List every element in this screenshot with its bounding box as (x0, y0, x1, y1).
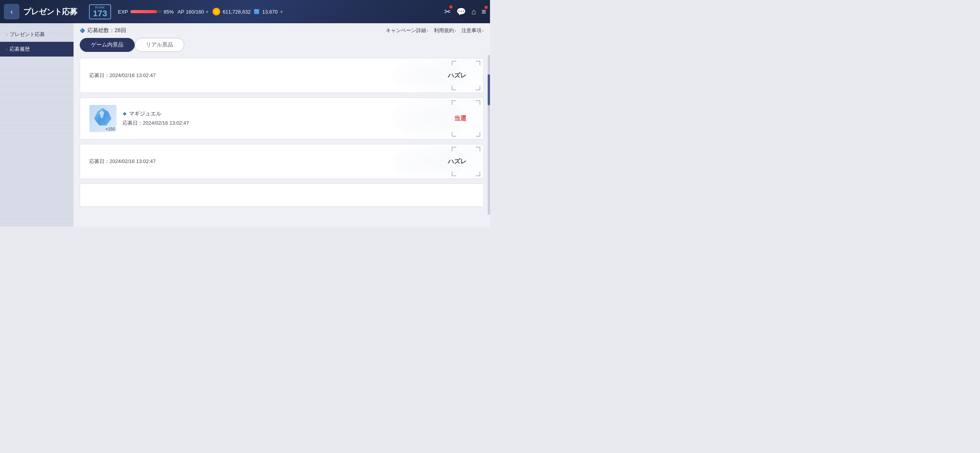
entry-card-1: 応募日：2024/02/16 13:02:47 ハズレ (80, 58, 484, 93)
sidebar: › プレゼント応募 › 応募履歴 (0, 23, 74, 226)
entry-card-3: 応募日：2024/02/16 13:02:47 ハズレ (80, 144, 484, 179)
chat-icon-button[interactable]: 💬 (456, 7, 466, 16)
exp-bar-fill (130, 10, 157, 13)
item-image: ×150 (89, 105, 117, 132)
arrow-icon: › (482, 28, 484, 33)
main-layout: › プレゼント応募 › 応募履歴 応募総数：28回 キャンペーン詳細 › 利用規… (0, 23, 490, 226)
rank-value: 173 (93, 9, 107, 18)
exp-label: EXP (118, 9, 128, 15)
corner-tl (452, 100, 456, 105)
content-scroll: 応募日：2024/02/16 13:02:47 ハズレ ×150 (74, 55, 490, 214)
campaign-detail-label: キャンペーン詳細 (386, 27, 426, 34)
page-title: プレゼント応募 (23, 7, 77, 17)
sidebar-item-label: 応募履歴 (10, 46, 30, 53)
back-button[interactable]: ‹ (4, 4, 19, 19)
campaign-detail-link[interactable]: キャンペーン詳細 › (386, 27, 428, 34)
diamond-icon (80, 28, 85, 33)
corner-tl (452, 61, 456, 65)
tools-badge (449, 5, 452, 9)
sidebar-item-label: プレゼント応募 (10, 31, 45, 38)
ap-section: AP 160/160 + (178, 9, 209, 15)
notes-link[interactable]: 注意事項 › (461, 27, 484, 34)
chevron-icon: › (6, 33, 7, 37)
corner-tl (452, 147, 456, 151)
sidebar-item-history[interactable]: › 応募履歴 (0, 42, 74, 57)
currency-section: 611,728,632 13,670 + (212, 8, 283, 15)
notes-label: 注意事項 (461, 27, 481, 34)
exp-section: EXP 85% (118, 9, 174, 15)
gem-amount: 13,670 (262, 9, 278, 15)
corner-bl (452, 86, 456, 90)
tools-icon-button[interactable]: ✂ (444, 7, 451, 16)
corner-br (476, 132, 480, 137)
corner-bl (452, 132, 456, 137)
currency-plus-button[interactable]: + (280, 9, 283, 15)
coin-amount: 611,728,632 (223, 9, 250, 15)
total-count-text: 応募総数：28回 (87, 27, 126, 34)
corner-bl (452, 172, 456, 176)
coin-icon (212, 8, 220, 15)
ap-label: AP (178, 9, 184, 15)
sidebar-item-present[interactable]: › プレゼント応募 (0, 27, 74, 42)
toolbar: 応募総数：28回 キャンペーン詳細 › 利用規約 › 注意事項 › (74, 23, 490, 38)
tabs: ゲーム内景品 リアル景品 (74, 38, 490, 55)
corner-tr (476, 61, 480, 65)
corner-br (476, 86, 480, 90)
corner-br (476, 172, 480, 176)
corner-tr (476, 147, 480, 151)
exp-bar-container (130, 10, 161, 13)
content-area: 応募総数：28回 キャンペーン詳細 › 利用規約 › 注意事項 › (74, 23, 490, 226)
ap-plus-button[interactable]: + (206, 9, 209, 15)
rank-box: RANK 173 (89, 4, 111, 19)
header-icons: ✂ 💬 ⌂ ≡ (444, 7, 486, 16)
corner-tr (476, 100, 480, 105)
menu-badge (485, 6, 488, 9)
home-icon-button[interactable]: ⌂ (471, 7, 476, 16)
ap-value: 160/160 (186, 9, 204, 15)
toolbar-links: キャンペーン詳細 › 利用規約 › 注意事項 › (386, 27, 484, 34)
total-count: 応募総数：28回 (80, 27, 126, 34)
scrollbar-track (488, 55, 490, 214)
terms-link[interactable]: 利用規約 › (434, 27, 456, 34)
tab-game-prizes[interactable]: ゲーム内景品 (80, 38, 135, 52)
terms-label: 利用規約 (434, 27, 454, 34)
menu-icon-button[interactable]: ≡ (481, 7, 486, 16)
exp-percent: 85% (164, 9, 174, 15)
header: ‹ プレゼント応募 RANK 173 EXP 85% AP 160/160 + … (0, 0, 490, 23)
arrow-icon: › (427, 28, 428, 33)
chevron-icon: › (6, 47, 7, 51)
item-count: ×150 (105, 127, 115, 131)
entry-card-4 (80, 184, 484, 207)
gem-icon (252, 7, 261, 16)
item-diamond-icon (123, 112, 127, 116)
arrow-icon: › (455, 28, 456, 33)
scrollbar-thumb[interactable] (488, 74, 490, 105)
tab-real-prizes[interactable]: リアル景品 (135, 38, 184, 52)
entry-card-2: ×150 マギジュエル 応募日：2024/02/16 13:02:47 当選 (80, 98, 484, 139)
